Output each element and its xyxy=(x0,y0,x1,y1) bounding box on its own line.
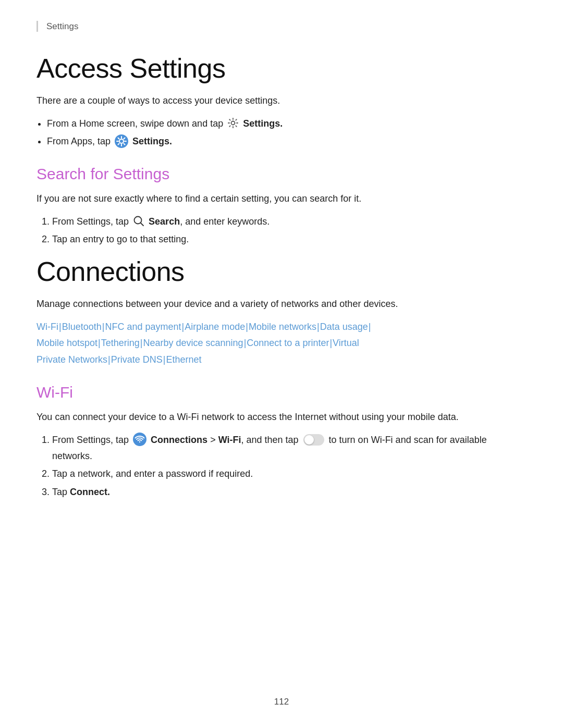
link-tethering[interactable]: Tethering xyxy=(101,338,140,348)
link-nfc[interactable]: NFC and payment xyxy=(105,322,181,332)
wifi-step3-bold: Connect. xyxy=(70,487,110,497)
apps-settings-icon xyxy=(115,134,128,148)
access-bullet-2: From Apps, tap Settings. xyxy=(47,133,527,150)
wifi-connections-icon xyxy=(133,433,146,446)
link-connect-printer[interactable]: Connect to a printer xyxy=(247,338,329,348)
bullet2-bold: Settings. xyxy=(132,136,172,146)
sep5: | xyxy=(317,322,320,332)
svg-line-4 xyxy=(141,223,143,226)
wifi-step-1: From Settings, tap Connections > Wi-Fi, … xyxy=(52,432,527,464)
svg-point-5 xyxy=(133,433,146,446)
wifi-step1-mid2: , and then tap xyxy=(241,435,298,445)
link-mobile-networks[interactable]: Mobile networks xyxy=(249,322,316,332)
wifi-step-3: Tap Connect. xyxy=(52,484,527,500)
search-icon xyxy=(133,215,144,227)
link-wifi[interactable]: Wi-Fi xyxy=(36,322,58,332)
connections-intro: Manage connections between your device a… xyxy=(36,297,527,312)
bullet1-prefix: From a Home screen, swipe down and tap xyxy=(47,118,223,129)
search-step1-suffix: , and enter keywords. xyxy=(180,216,270,227)
wifi-step-2: Tap a network, and enter a password if r… xyxy=(52,466,527,482)
sep3: | xyxy=(182,322,185,332)
link-nearby-device[interactable]: Nearby device scanning xyxy=(143,338,243,348)
sep12: | xyxy=(163,354,166,365)
search-step-2: Tap an entry to go to that setting. xyxy=(52,231,527,248)
wifi-step1-prefix: From Settings, tap xyxy=(52,435,129,445)
access-bullet-1: From a Home screen, swipe down and tap S… xyxy=(47,116,527,132)
page-content: Settings Access Settings There are a cou… xyxy=(0,0,563,550)
svg-point-0 xyxy=(231,121,235,125)
sep9: | xyxy=(244,338,247,348)
access-settings-list: From a Home screen, swipe down and tap S… xyxy=(47,116,527,150)
gear-icon xyxy=(227,117,239,129)
search-step1-prefix: From Settings, tap xyxy=(52,216,129,227)
link-bluetooth[interactable]: Bluetooth xyxy=(62,322,102,332)
sep11: | xyxy=(108,354,111,365)
link-mobile-hotspot[interactable]: Mobile hotspot xyxy=(36,338,97,348)
wifi-steps: From Settings, tap Connections > Wi-Fi, … xyxy=(52,432,527,500)
sep4: | xyxy=(246,322,248,332)
sep2: | xyxy=(102,322,105,332)
link-data-usage[interactable]: Data usage xyxy=(320,322,368,332)
sep1: | xyxy=(59,322,62,332)
access-settings-title: Access Settings xyxy=(36,53,527,84)
wifi-step1-bold2: Wi-Fi xyxy=(218,435,241,445)
access-settings-intro: There are a couple of ways to access you… xyxy=(36,93,527,108)
breadcrumb: Settings xyxy=(36,21,527,32)
svg-point-6 xyxy=(139,441,140,442)
bullet2-prefix: From Apps, tap xyxy=(47,136,111,146)
sep7: | xyxy=(98,338,101,348)
wifi-step1-bold1: Connections xyxy=(151,435,207,445)
connections-title: Connections xyxy=(36,256,527,287)
wifi-intro: You can connect your device to a Wi-Fi n… xyxy=(36,410,527,425)
search-step1-bold: Search xyxy=(149,216,180,227)
sep10: | xyxy=(329,338,332,348)
wifi-title: Wi-Fi xyxy=(36,384,527,401)
page-number: 112 xyxy=(0,697,563,707)
toggle-switch-icon xyxy=(303,434,324,446)
link-airplane[interactable]: Airplane mode xyxy=(185,322,245,332)
bullet1-bold: Settings. xyxy=(243,118,283,129)
link-private-dns[interactable]: Private DNS xyxy=(111,354,163,365)
link-ethernet[interactable]: Ethernet xyxy=(166,354,201,365)
sep8: | xyxy=(140,338,143,348)
search-settings-intro: If you are not sure exactly where to fin… xyxy=(36,191,527,206)
wifi-step3-prefix: Tap xyxy=(52,487,67,497)
sep6: | xyxy=(369,322,371,332)
connections-section: Connections Manage connections between y… xyxy=(36,256,527,368)
search-step-1: From Settings, tap Search, and enter key… xyxy=(52,214,527,230)
wifi-step1-mid: > xyxy=(210,435,218,445)
search-settings-steps: From Settings, tap Search, and enter key… xyxy=(52,214,527,248)
search-settings-title: Search for Settings xyxy=(36,165,527,183)
connections-links: Wi-Fi|Bluetooth|NFC and payment|Airplane… xyxy=(36,319,527,368)
